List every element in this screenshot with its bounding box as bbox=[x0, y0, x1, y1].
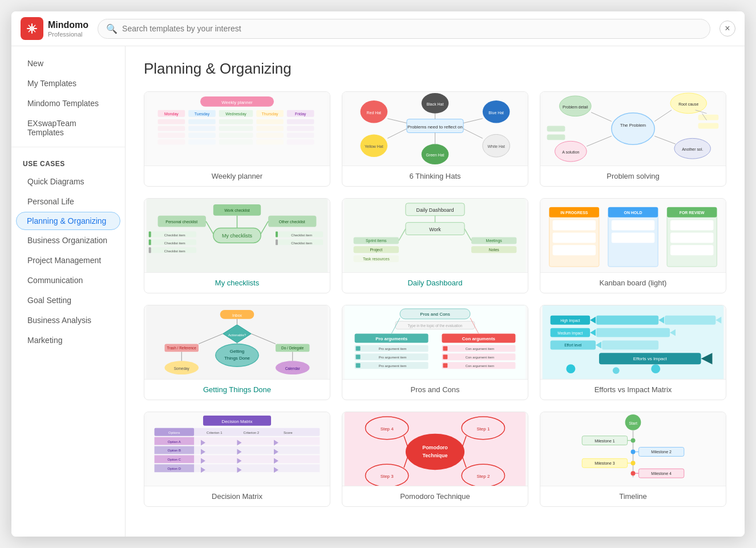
svg-rect-74 bbox=[698, 115, 719, 120]
svg-text:Option D: Option D bbox=[168, 467, 181, 470]
sidebar-item-project-management[interactable]: Project Management bbox=[16, 251, 120, 270]
template-thumb-pomodoro: Pomodoro Technique Step 1 Step 2 Step 4 bbox=[342, 412, 528, 486]
app-name: Mindomo bbox=[48, 19, 88, 30]
svg-text:Weekly planner: Weekly planner bbox=[221, 100, 253, 105]
template-label-my-checklists: My checklists bbox=[144, 273, 330, 293]
svg-text:Checklist item: Checklist item bbox=[164, 233, 185, 237]
svg-text:Step 1: Step 1 bbox=[476, 426, 490, 432]
svg-text:Calendar: Calendar bbox=[285, 366, 301, 370]
svg-text:Daily Dashboard: Daily Dashboard bbox=[417, 207, 454, 213]
sidebar-item-my-templates[interactable]: My Templates bbox=[16, 74, 120, 93]
svg-text:Pros and Cons: Pros and Cons bbox=[420, 312, 450, 317]
sidebar-item-personal-life[interactable]: Personal Life bbox=[16, 192, 120, 211]
app-tier: Professional bbox=[48, 31, 88, 38]
svg-text:Pro argument item: Pro argument item bbox=[379, 347, 407, 350]
template-card-decision-matrix[interactable]: Decision Matrix Options Criterion 1 Crit… bbox=[144, 412, 330, 507]
sidebar-item-business-analysis[interactable]: Business Analysis bbox=[16, 311, 120, 330]
svg-rect-33 bbox=[188, 132, 216, 138]
svg-text:Problem detail: Problem detail bbox=[563, 105, 588, 109]
sidebar-item-marketing[interactable]: Marketing bbox=[16, 331, 120, 350]
svg-rect-202 bbox=[596, 316, 658, 325]
sidebar-item-planning-organizing[interactable]: Planning & Organizing bbox=[16, 212, 120, 230]
sidebar-item-quick-diagrams[interactable]: Quick Diagrams bbox=[16, 172, 120, 191]
template-card-timeline[interactable]: Start Milestone 1 Milestone 2 bbox=[540, 412, 726, 507]
template-thumb-weekly-planner: Weekly planner Monday Tuesday Wednesday … bbox=[144, 92, 330, 166]
template-thumb-daily-dashboard: Daily Dashboard Work Sprint items Projec… bbox=[342, 199, 528, 273]
svg-rect-76 bbox=[547, 126, 565, 132]
svg-text:Milestone 2: Milestone 2 bbox=[651, 450, 672, 454]
svg-rect-146 bbox=[670, 245, 713, 255]
svg-rect-100 bbox=[149, 247, 151, 253]
svg-text:Work: Work bbox=[429, 227, 441, 232]
svg-text:Checklist item: Checklist item bbox=[291, 233, 312, 237]
svg-rect-35 bbox=[256, 132, 284, 138]
svg-rect-37 bbox=[158, 139, 185, 144]
svg-rect-145 bbox=[670, 233, 713, 243]
svg-rect-103 bbox=[276, 232, 278, 237]
svg-rect-27 bbox=[158, 126, 185, 131]
svg-rect-134 bbox=[553, 233, 596, 243]
svg-text:Step 2: Step 2 bbox=[476, 474, 490, 479]
svg-point-285 bbox=[631, 461, 636, 465]
svg-text:Tuesday: Tuesday bbox=[195, 112, 210, 116]
svg-rect-191 bbox=[443, 354, 447, 359]
sidebar-item-business-organization[interactable]: Business Organization bbox=[16, 231, 120, 250]
template-card-efforts-impact[interactable]: High Impact Medium Impact bbox=[540, 305, 726, 400]
svg-text:Another sol.: Another sol. bbox=[682, 147, 703, 151]
svg-text:Project: Project bbox=[370, 248, 383, 252]
template-card-daily-dashboard[interactable]: Daily Dashboard Work Sprint items Projec… bbox=[342, 198, 528, 293]
sidebar-item-communication[interactable]: Communication bbox=[16, 271, 120, 290]
sidebar-item-exswap-templates[interactable]: EXswapTeam Templates bbox=[16, 114, 120, 142]
svg-rect-94 bbox=[149, 232, 151, 237]
template-card-pomodoro[interactable]: Pomodoro Technique Step 1 Step 2 Step 4 bbox=[342, 412, 528, 507]
sidebar-item-goal-setting[interactable]: Goal Setting bbox=[16, 291, 120, 310]
svg-text:Pro arguments: Pro arguments bbox=[375, 336, 408, 341]
template-label-kanban-board: Kanban board (light) bbox=[540, 273, 726, 293]
svg-text:ON HOLD: ON HOLD bbox=[624, 211, 642, 215]
svg-point-281 bbox=[631, 449, 636, 454]
template-thumb-getting-things-done: Inbox Actionable? Getting Things Done Tr… bbox=[144, 305, 330, 380]
svg-text:Medium Impact: Medium Impact bbox=[557, 331, 583, 336]
svg-point-220 bbox=[651, 364, 660, 373]
content-area: Planning & Organizing Weekly planner Mon… bbox=[126, 46, 745, 537]
svg-rect-75 bbox=[698, 123, 719, 129]
svg-text:Efforts vs Impact: Efforts vs Impact bbox=[633, 356, 668, 361]
svg-text:A solution: A solution bbox=[562, 150, 579, 154]
template-card-weekly-planner[interactable]: Weekly planner Monday Tuesday Wednesday … bbox=[144, 91, 330, 187]
svg-text:White Hat: White Hat bbox=[487, 144, 505, 148]
svg-rect-31 bbox=[287, 126, 314, 131]
sidebar-item-new[interactable]: New bbox=[16, 54, 120, 73]
svg-text:Personal checklist: Personal checklist bbox=[165, 220, 197, 224]
svg-text:Option C: Option C bbox=[168, 458, 181, 461]
svg-rect-204 bbox=[665, 316, 715, 325]
svg-rect-40 bbox=[256, 139, 284, 144]
svg-text:Wednesday: Wednesday bbox=[225, 112, 246, 116]
template-thumb-problem-solving: The Problem Problem detail Root cause A … bbox=[540, 92, 726, 166]
svg-point-289 bbox=[631, 471, 636, 476]
svg-rect-34 bbox=[219, 132, 253, 138]
close-button[interactable]: × bbox=[719, 21, 735, 37]
template-card-kanban-board[interactable]: IN PROGRESS ON HOLD bbox=[540, 198, 726, 293]
svg-text:Blue Hat: Blue Hat bbox=[488, 111, 504, 115]
sidebar-divider bbox=[11, 147, 125, 147]
template-card-my-checklists[interactable]: My checklists Personal checklist Work ch… bbox=[144, 198, 330, 293]
template-thumb-timeline: Start Milestone 1 Milestone 2 bbox=[540, 412, 726, 486]
svg-rect-139 bbox=[612, 220, 654, 231]
svg-text:Thursday: Thursday bbox=[262, 112, 278, 116]
svg-text:Con argument item: Con argument item bbox=[466, 356, 495, 359]
template-grid: Weekly planner Monday Tuesday Wednesday … bbox=[144, 91, 726, 507]
template-card-problem-solving[interactable]: The Problem Problem detail Root cause A … bbox=[540, 91, 726, 187]
template-card-getting-things-done[interactable]: Inbox Actionable? Getting Things Done Tr… bbox=[144, 305, 330, 400]
svg-rect-188 bbox=[443, 346, 447, 350]
svg-rect-209 bbox=[596, 328, 670, 337]
svg-text:Checklist item: Checklist item bbox=[164, 241, 185, 245]
svg-text:Step 4: Step 4 bbox=[381, 426, 394, 432]
template-card-6-thinking-hats[interactable]: Problems need to reflect on Red Hat Blac… bbox=[342, 91, 528, 187]
main-layout: New My Templates Mindomo Templates EXswa… bbox=[11, 46, 745, 537]
svg-text:Options: Options bbox=[168, 431, 180, 434]
search-input[interactable] bbox=[122, 24, 702, 33]
svg-text:Pro argument item: Pro argument item bbox=[379, 364, 407, 368]
sidebar-item-mindomo-templates[interactable]: Mindomo Templates bbox=[16, 94, 120, 113]
svg-point-219 bbox=[613, 367, 620, 374]
template-card-pros-and-cons[interactable]: Pros and Cons Type in the topic of the e… bbox=[342, 305, 528, 400]
